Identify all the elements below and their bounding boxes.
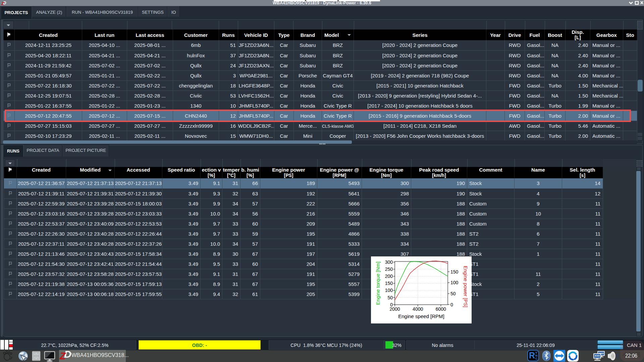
svg-text:0: 0 [450, 302, 453, 307]
svg-text:150: 150 [450, 269, 459, 275]
svg-text:Engine torque [Nm]: Engine torque [Nm] [375, 261, 381, 305]
svg-text:200: 200 [385, 274, 393, 279]
svg-text:250: 250 [385, 266, 393, 272]
svg-text:100: 100 [450, 280, 459, 285]
svg-text:6000: 6000 [436, 306, 446, 312]
svg-text:300: 300 [385, 259, 393, 265]
svg-text:2000: 2000 [389, 306, 400, 312]
svg-text:4000: 4000 [413, 306, 423, 312]
svg-text:100: 100 [385, 288, 393, 293]
svg-text:Engine power [PS]: Engine power [PS] [463, 266, 469, 307]
svg-text:Engine speed [RPM]: Engine speed [RPM] [398, 313, 444, 319]
svg-text:50: 50 [450, 291, 456, 296]
svg-text:50: 50 [387, 295, 393, 300]
svg-text:150: 150 [385, 281, 393, 286]
